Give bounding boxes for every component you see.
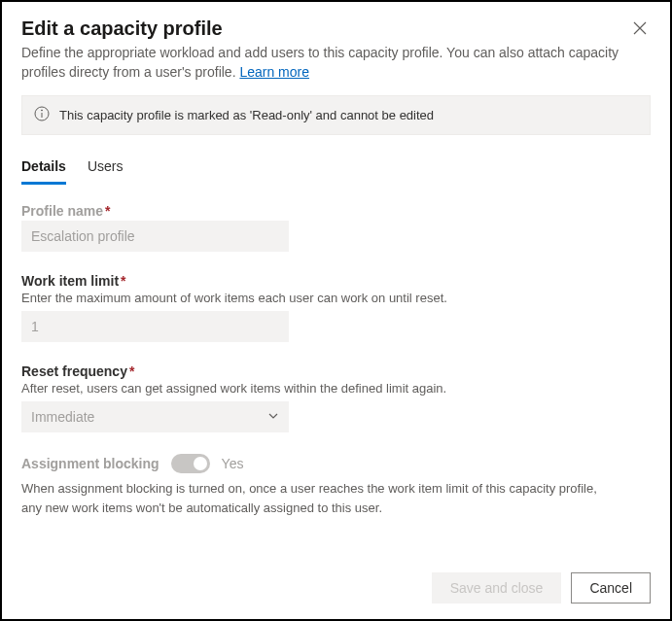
cancel-button[interactable]: Cancel	[571, 572, 651, 604]
assignment-blocking-label: Assignment blocking	[21, 456, 159, 471]
assignment-blocking-toggle	[171, 454, 210, 473]
label-text: Reset frequency	[21, 363, 127, 379]
readonly-banner: This capacity profile is marked as 'Read…	[21, 95, 651, 135]
close-button[interactable]	[629, 17, 651, 42]
work-item-limit-help: Enter the maximum amount of work items e…	[21, 291, 651, 305]
label-text: Work item limit	[21, 273, 119, 289]
tab-list: Details Users	[21, 153, 651, 186]
dialog-subtitle: Define the appropriate workload and add …	[21, 44, 651, 82]
subtitle-text: Define the appropriate workload and add …	[21, 45, 619, 80]
desc-line: When assignment blocking is turned on, o…	[21, 479, 651, 499]
dialog-title: Edit a capacity profile	[21, 17, 223, 40]
work-item-limit-input	[21, 311, 289, 342]
reset-frequency-label: Reset frequency*	[21, 363, 651, 379]
tab-details[interactable]: Details	[21, 153, 66, 185]
work-item-limit-label: Work item limit*	[21, 273, 651, 289]
required-indicator: *	[129, 363, 134, 379]
learn-more-link[interactable]: Learn more	[239, 64, 309, 80]
info-icon	[34, 106, 50, 124]
reset-frequency-select	[21, 401, 289, 432]
profile-name-label: Profile name*	[21, 203, 651, 219]
dialog-footer: Save and close Cancel	[2, 561, 670, 619]
required-indicator: *	[105, 203, 110, 219]
save-and-close-button: Save and close	[432, 572, 562, 604]
toggle-state-text: Yes	[222, 456, 244, 471]
toggle-knob	[194, 457, 207, 470]
reset-frequency-help: After reset, users can get assigned work…	[21, 381, 651, 396]
profile-name-input	[21, 221, 289, 252]
close-icon	[633, 23, 647, 38]
svg-point-2	[42, 110, 43, 111]
tab-users[interactable]: Users	[88, 153, 124, 185]
label-text: Profile name	[21, 203, 103, 219]
assignment-blocking-desc: When assignment blocking is turned on, o…	[21, 479, 651, 517]
desc-line: any new work items won't be automaticall…	[21, 499, 651, 518]
banner-text: This capacity profile is marked as 'Read…	[59, 108, 434, 122]
required-indicator: *	[121, 273, 125, 289]
